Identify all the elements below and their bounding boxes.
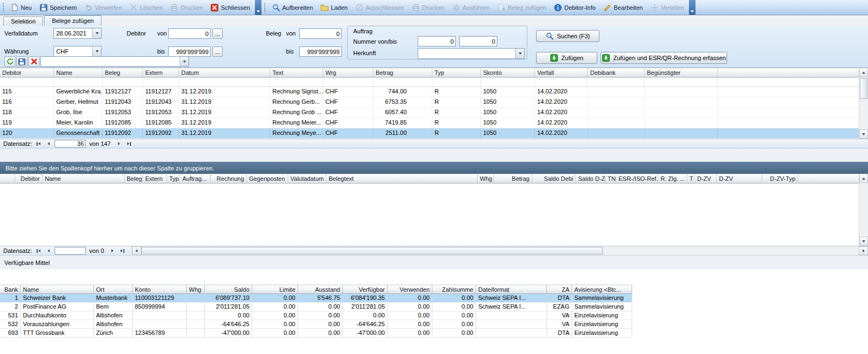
column-header-skonto[interactable]: Skonto [481,68,535,77]
filter-cell[interactable] [481,78,535,86]
column-header-rechnung[interactable]: Rechnung [211,174,247,183]
column-header-ort[interactable]: Ort [94,285,133,293]
beleg-von-input[interactable] [299,28,342,39]
debitor-von-input[interactable] [168,28,211,39]
column-header-name[interactable]: Name [54,68,103,77]
column-header-extern[interactable]: Extern [143,68,179,77]
debitor-info-button[interactable]: Debitor-Info [551,1,599,14]
aufbereiten-button[interactable]: Aufbereiten [269,1,316,14]
table-row[interactable]: 118Grob, Ilse119120531191205331.12.2019R… [0,108,859,118]
column-header-d-zv[interactable]: D-ZV [717,174,762,183]
laden-button[interactable]: Laden [317,1,351,14]
view-save-button[interactable] [16,56,27,67]
scroll-track[interactable] [603,246,859,255]
zufuegen-button[interactable]: Zufügen [536,52,597,64]
column-header-saldo[interactable]: Saldo [205,285,252,293]
column-header-whg[interactable]: Whg [187,285,205,293]
table-row[interactable]: 532VorauszahlungenAltishofen-64'646.250.… [0,320,632,329]
column-header-saldo-d-zv[interactable]: Saldo D-ZV [576,174,605,183]
column-header-konto[interactable]: Konto [133,285,187,293]
table-row[interactable]: 119Meier, Karolin119120851191208531.12.2… [0,118,859,128]
debitor-von-lookup-button[interactable]: ... [212,28,223,39]
column-header-dateiformat[interactable]: Dateiformat [476,285,547,293]
belege-vertical-scrollbar[interactable] [859,68,868,139]
previous-record-button[interactable] [44,247,53,255]
column-header-zahlsumme[interactable]: Zahlsumme [432,285,476,293]
speichern-button[interactable]: Speichern [36,1,80,14]
filter-cell[interactable] [270,78,323,86]
filter-cell[interactable] [0,78,54,86]
column-header-r-zlg[interactable]: R. Zlg. ... [658,174,687,183]
filter-cell[interactable] [143,78,179,86]
column-header-wrg[interactable]: Wrg [323,68,373,77]
column-header-ausstand[interactable]: Ausstand [298,285,343,293]
last-record-button[interactable] [125,140,134,148]
filter-cell[interactable] [645,78,718,86]
scroll-thumb[interactable] [860,78,867,99]
view-delete-button[interactable] [28,56,39,67]
column-header-col-0[interactable] [0,174,15,183]
column-header-t[interactable]: T [687,174,695,183]
column-header-gegenposten[interactable]: Gegenposten [247,174,288,183]
filter-cell[interactable] [179,78,270,86]
record-position-input[interactable] [55,247,86,255]
scroll-right-button[interactable] [859,246,868,255]
filter-cell[interactable] [323,78,373,86]
schliessen-button[interactable]: Schliessen [207,1,253,14]
filter-cell[interactable] [373,78,432,86]
column-header-beleg[interactable]: Beleg [103,68,143,77]
suchen-button[interactable]: Suchen (F3) [536,30,599,42]
table-row[interactable]: 115Gewerbliche Kra...119121271191212731.… [0,87,859,97]
table-row[interactable]: 2PostFinance AGBern8509999942'011'281.05… [0,303,632,311]
column-header-debitor[interactable]: Debitor [0,68,54,77]
chevron-down-icon[interactable] [515,49,524,58]
toolbar-grip[interactable] [264,3,266,13]
beleg-bis-input[interactable] [299,46,342,57]
filter-cell[interactable] [588,78,645,86]
scroll-up-button[interactable] [859,174,868,183]
column-header-auftrag[interactable]: Auftrag... [180,174,211,183]
bearbeiten-button[interactable]: Bearbeiten [600,1,646,14]
first-record-button[interactable] [34,140,43,148]
column-header-debitor[interactable]: Debitor [15,174,43,183]
scroll-up-button[interactable] [859,68,868,77]
column-header-d-zv[interactable]: D-ZV [695,174,717,183]
saved-filter-combo[interactable] [40,56,189,67]
column-header-bank[interactable]: Bank [0,285,21,293]
last-record-button[interactable] [118,247,127,255]
toolbar-grip[interactable] [2,3,4,13]
column-header-za[interactable]: ZA [547,285,572,293]
column-header-name[interactable]: Name [43,174,124,183]
verfalldatum-combo[interactable]: 28.06.2021 [53,28,102,39]
tab-belege-zufuegen[interactable]: Belege zufügen [44,15,101,26]
next-record-button[interactable] [108,247,117,255]
toolbar-overflow-button[interactable] [689,0,695,15]
horizontal-scrollbar[interactable] [132,246,868,255]
zahlungen-vertical-scrollbar[interactable] [859,174,868,246]
column-header-verwenden[interactable]: Verwenden [388,285,432,293]
zufuegen-esr-qr-button[interactable]: Zufügen und ESR/QR-Rechnung erfassen [601,52,727,64]
previous-record-button[interactable] [44,140,53,148]
column-header-betrag[interactable]: Betrag [494,174,532,183]
chevron-down-icon[interactable] [180,57,188,66]
auftrag-nummer-von-input[interactable] [418,36,456,46]
column-header-verfuegbar[interactable]: Verfügbar [343,285,388,293]
table-row[interactable]: 1Schweizer BankMusterbank1100031211296'0… [0,294,632,303]
herkunft-combo[interactable] [418,48,525,59]
scroll-left-button[interactable] [132,246,141,255]
column-header-name[interactable]: Name [21,285,94,293]
column-header-verfall[interactable]: Verfall [535,68,588,77]
chevron-down-icon[interactable] [92,46,101,56]
waehrung-combo[interactable]: CHF [53,46,102,57]
column-header-betrag[interactable]: Betrag [373,68,432,77]
filter-cell[interactable] [535,78,588,86]
table-row[interactable]: 693TTT GrossbankZürich123456789-47'000.0… [0,329,632,338]
first-record-button[interactable] [34,247,43,255]
debitor-bis-input[interactable] [168,46,211,57]
column-header-esr-iso-ref[interactable]: ESR-/ISO-Ref... [616,174,658,183]
filter-cell[interactable] [54,78,103,86]
toolbar-overflow-button[interactable] [255,0,261,15]
column-header-typ[interactable]: Typ [167,174,180,183]
column-header-text[interactable]: Text [270,68,323,77]
column-header-beleg[interactable]: Beleg [124,174,143,183]
